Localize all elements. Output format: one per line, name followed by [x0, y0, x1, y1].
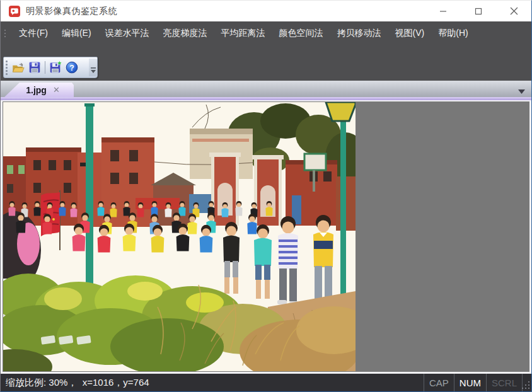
open-folder-icon	[11, 61, 25, 74]
menu-item-help[interactable]: 帮助(H)	[431, 25, 475, 42]
maximize-button[interactable]	[461, 1, 496, 21]
menu-item-color-space[interactable]: 颜色空间法	[272, 25, 330, 42]
save-as-button[interactable]	[47, 59, 64, 76]
document-canvas[interactable]	[1, 100, 531, 374]
photo-bushes	[3, 102, 356, 371]
minimize-button[interactable]	[425, 1, 461, 21]
statusbar: 缩放比例: 30%， x=1016，y=764 CAP NUM SCRL	[1, 374, 531, 391]
titlebar: 明景影像真伪鉴定系统	[1, 1, 531, 21]
tab-1jpg[interactable]: 1.jpg ✕	[4, 83, 74, 97]
menu-item-edit[interactable]: 编辑(E)	[55, 25, 98, 42]
help-icon: ?	[65, 61, 79, 74]
save-button[interactable]	[26, 59, 43, 76]
chevron-down-icon	[518, 89, 525, 94]
svg-text:?: ?	[69, 64, 74, 72]
open-file-button[interactable]	[10, 59, 26, 76]
tabbar: 1.jpg ✕	[1, 81, 531, 97]
app-logo-icon	[9, 6, 20, 17]
toolbar-separator	[45, 61, 45, 74]
menu-item-copy-move[interactable]: 拷贝移动法	[330, 25, 388, 42]
toolbar-overflow-button[interactable]	[89, 59, 97, 76]
menu-item-error-level[interactable]: 误差水平法	[98, 25, 156, 42]
toolbar-grip-handle[interactable]	[6, 61, 8, 75]
keyboard-lock-indicators: CAP NUM SCRL	[424, 374, 523, 391]
menu-toolbar-area: 文件(F) 编辑(E) 误差水平法 亮度梯度法 平均距离法 颜色空间法 拷贝移动…	[1, 21, 531, 81]
toolbar-overflow-icon	[91, 67, 96, 74]
minimize-icon	[439, 8, 447, 15]
help-button[interactable]: ?	[64, 59, 80, 76]
window-title: 明景影像真伪鉴定系统	[26, 6, 425, 17]
save-icon	[28, 61, 42, 74]
app-window: 明景影像真伪鉴定系统 文件(F) 编辑(E) 误差水平法 亮度梯度法 平均距离法…	[0, 0, 532, 392]
maximize-icon	[475, 8, 482, 15]
menu-item-average-distance[interactable]: 平均距离法	[214, 25, 272, 42]
menu-item-luminance-gradient[interactable]: 亮度梯度法	[156, 25, 214, 42]
close-button[interactable]	[496, 1, 531, 21]
tab-close-button[interactable]: ✕	[52, 85, 61, 95]
resize-grip[interactable]	[523, 374, 531, 391]
status-zoom-coordinates: 缩放比例: 30%， x=1016，y=764	[1, 377, 424, 389]
menubar: 文件(F) 编辑(E) 误差水平法 亮度梯度法 平均距离法 颜色空间法 拷贝移动…	[1, 21, 531, 45]
menu-item-view[interactable]: 视图(V)	[388, 25, 432, 42]
menubar-grip-handle[interactable]	[4, 30, 6, 37]
save-as-icon	[49, 61, 62, 74]
caps-lock-indicator: CAP	[424, 374, 454, 391]
toolbar: ?	[3, 57, 98, 78]
window-controls	[425, 1, 531, 21]
num-lock-indicator: NUM	[454, 374, 486, 391]
scroll-lock-indicator: SCRL	[486, 374, 523, 391]
photo-1jpg[interactable]	[3, 102, 356, 371]
tab-list-dropdown-button[interactable]	[518, 89, 525, 94]
menu-item-file[interactable]: 文件(F)	[12, 25, 55, 42]
close-icon	[510, 7, 518, 15]
tab-label: 1.jpg	[17, 85, 47, 95]
